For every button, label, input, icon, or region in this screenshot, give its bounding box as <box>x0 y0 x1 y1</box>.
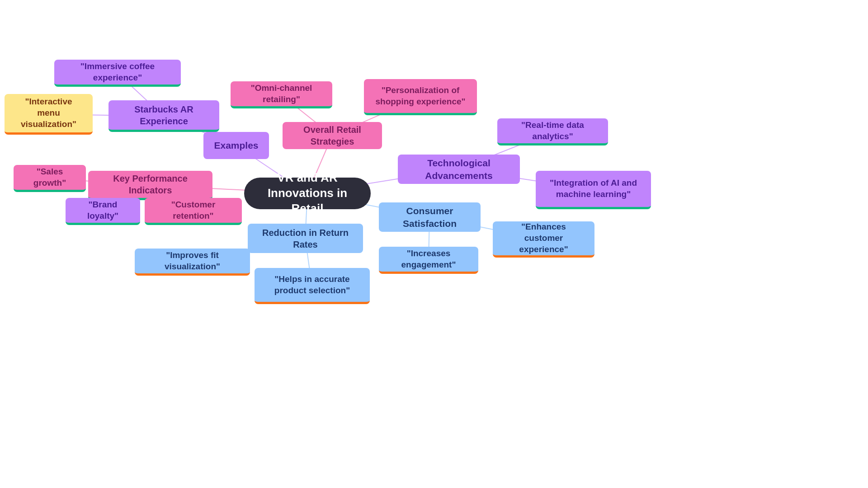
starbucks-node: Starbucks AR Experience <box>108 100 219 132</box>
enhances-node: "Enhances customer experience" <box>493 221 594 258</box>
sales-growth-node: "Sales growth" <box>14 165 86 192</box>
tech-advancements-node: Technological Advancements <box>398 155 520 184</box>
reduction-node: Reduction in Return Rates <box>248 224 363 253</box>
overall-retail-node: Overall Retail Strategies <box>283 122 382 149</box>
brand-loyalty-node: "Brand loyalty" <box>66 198 140 225</box>
increases-node: "Increases engagement" <box>379 247 478 274</box>
omni-channel-node: "Omni-channel retailing" <box>231 81 332 108</box>
helps-accurate-node: "Helps in accurate product selection" <box>255 268 370 304</box>
ai-ml-node: "Integration of AI and machine learning" <box>536 171 651 209</box>
improves-fit-node: "Improves fit visualization" <box>135 249 250 276</box>
personalization-node: "Personalization of shopping experience" <box>364 79 477 115</box>
consumer-sat-node: Consumer Satisfaction <box>379 202 481 232</box>
kpi-node: Key Performance Indicators <box>88 171 212 200</box>
examples-node: Examples <box>203 132 269 159</box>
customer-retention-node: "Customer retention" <box>145 198 242 225</box>
interactive-menu-node: "Interactive menu visualization" <box>5 94 93 135</box>
immersive-node: "Immersive coffee experience" <box>54 60 181 87</box>
real-time-node: "Real-time data analytics" <box>497 118 608 145</box>
center-node: VR and AR Innovations in Retail <box>244 178 371 209</box>
